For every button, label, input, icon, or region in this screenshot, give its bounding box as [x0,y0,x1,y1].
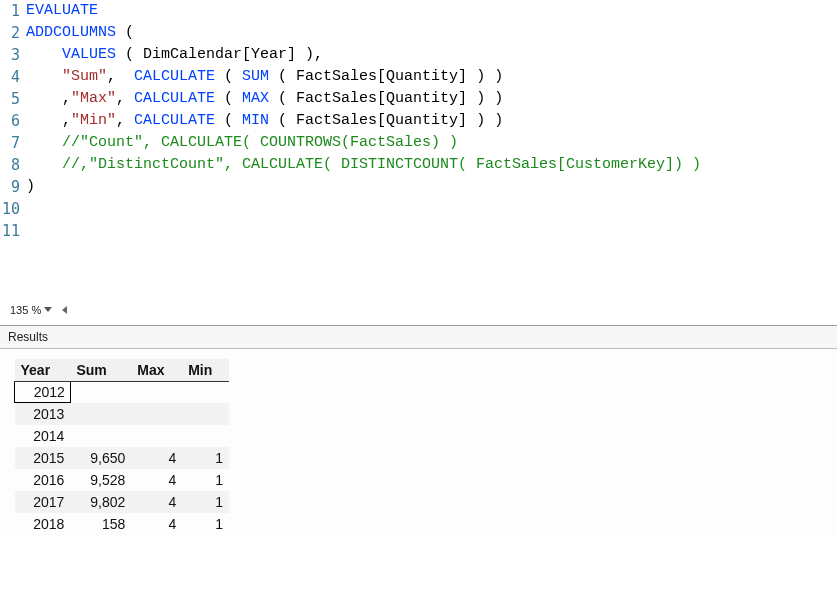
code-line[interactable] [26,220,837,230]
line-number: 11 [0,220,20,242]
table-row[interactable]: 2014 [15,425,230,447]
code-token-plain: , [116,112,134,129]
cell-max[interactable] [131,425,182,447]
code-line[interactable] [26,198,837,220]
code-token-plain [26,134,62,151]
code-token-kw: ADDCOLUMNS [26,24,116,41]
column-header[interactable]: Sum [70,359,131,382]
table-row[interactable]: 20169,52841 [15,469,230,491]
table-row[interactable]: 201815841 [15,513,230,535]
table-row[interactable]: 2012 [15,382,230,403]
cell-sum[interactable]: 158 [70,513,131,535]
code-token-plain: , [26,90,71,107]
cell-sum[interactable]: 9,528 [70,469,131,491]
table-row[interactable]: 20159,65041 [15,447,230,469]
cell-year[interactable]: 2017 [15,491,71,513]
cell-sum[interactable] [70,403,131,426]
column-header[interactable]: Max [131,359,182,382]
code-token-fn: MIN [242,112,269,129]
cell-sum[interactable] [70,382,131,403]
code-editor[interactable]: 1234567891011 EVALUATEADDCOLUMNS ( VALUE… [0,0,837,230]
scroll-left-icon[interactable] [62,306,67,314]
cell-year[interactable]: 2016 [15,469,71,491]
code-token-fn: CALCULATE [134,68,215,85]
cell-min[interactable]: 1 [182,491,229,513]
cell-max[interactable] [131,382,182,403]
code-line[interactable]: ) [26,176,837,198]
code-token-fn: CALCULATE [134,90,215,107]
cell-min[interactable] [182,403,229,426]
code-token-fn: CALCULATE [134,112,215,129]
code-line[interactable]: ,"Min", CALCULATE ( MIN ( FactSales[Quan… [26,110,837,132]
results-label: Results [0,326,837,349]
cell-year[interactable]: 2013 [15,403,71,426]
code-token-plain: ( [215,112,242,129]
code-line[interactable]: ADDCOLUMNS ( [26,22,837,44]
zoom-dropdown[interactable]: 135 % [10,304,52,316]
line-number: 6 [0,110,20,132]
code-token-plain: ( FactSales[Quantity] ) ) [269,90,503,107]
cell-min[interactable]: 1 [182,447,229,469]
code-token-plain: ( [116,24,134,41]
line-number: 4 [0,66,20,88]
line-number: 3 [0,44,20,66]
code-line[interactable]: //"Count", CALCULATE( COUNTROWS(FactSale… [26,132,837,154]
chevron-down-icon [44,307,52,312]
code-token-fn: MAX [242,90,269,107]
cell-year[interactable]: 2018 [15,513,71,535]
code-token-cmt: //,"DistinctCount", CALCULATE( DISTINCTC… [62,156,701,173]
cell-year[interactable]: 2014 [15,425,71,447]
line-number: 1 [0,0,20,22]
cell-sum[interactable]: 9,650 [70,447,131,469]
code-token-plain: , [107,68,134,85]
code-token-plain: ) [26,178,35,195]
table-row[interactable]: 20179,80241 [15,491,230,513]
code-line[interactable]: //,"DistinctCount", CALCULATE( DISTINCTC… [26,154,837,176]
code-token-fn: VALUES [62,46,116,63]
zoom-bar: 135 % [0,300,837,320]
code-line[interactable]: EVALUATE [26,0,837,22]
code-token-kw: EVALUATE [26,2,98,19]
cell-min[interactable]: 1 [182,469,229,491]
code-token-str: "Sum" [62,68,107,85]
line-number: 5 [0,88,20,110]
cell-year[interactable]: 2012 [15,382,71,403]
cell-min[interactable] [182,382,229,403]
code-token-plain: ( [215,90,242,107]
line-number: 9 [0,176,20,198]
column-header[interactable]: Year [15,359,71,382]
column-header[interactable]: Min [182,359,229,382]
table-header-row: YearSumMaxMin [15,359,230,382]
cell-max[interactable]: 4 [131,491,182,513]
code-token-plain [26,156,62,173]
line-number: 2 [0,22,20,44]
cell-sum[interactable] [70,425,131,447]
line-number: 7 [0,132,20,154]
cell-max[interactable]: 4 [131,513,182,535]
cell-min[interactable]: 1 [182,513,229,535]
zoom-value: 135 % [10,304,41,316]
code-token-str: "Max" [71,90,116,107]
code-token-plain: ( FactSales[Quantity] ) ) [269,68,503,85]
code-content[interactable]: EVALUATEADDCOLUMNS ( VALUES ( DimCalenda… [26,0,837,230]
cell-min[interactable] [182,425,229,447]
cell-year[interactable]: 2015 [15,447,71,469]
code-line[interactable]: "Sum", CALCULATE ( SUM ( FactSales[Quant… [26,66,837,88]
line-number-gutter: 1234567891011 [0,0,26,230]
results-panel: Results YearSumMaxMin20122013201420159,6… [0,325,837,535]
cell-max[interactable]: 4 [131,447,182,469]
code-token-cmt: //"Count", CALCULATE( COUNTROWS(FactSale… [62,134,458,151]
code-token-plain [26,46,62,63]
results-grid[interactable]: YearSumMaxMin20122013201420159,650412016… [14,359,229,535]
cell-sum[interactable]: 9,802 [70,491,131,513]
code-line[interactable]: ,"Max", CALCULATE ( MAX ( FactSales[Quan… [26,88,837,110]
cell-max[interactable] [131,403,182,426]
code-line[interactable]: VALUES ( DimCalendar[Year] ), [26,44,837,66]
code-token-plain: , [116,90,134,107]
cell-max[interactable]: 4 [131,469,182,491]
line-number: 8 [0,154,20,176]
table-row[interactable]: 2013 [15,403,230,426]
line-number: 10 [0,198,20,220]
code-token-plain: ( [215,68,242,85]
code-token-plain: ( DimCalendar[Year] ), [116,46,323,63]
